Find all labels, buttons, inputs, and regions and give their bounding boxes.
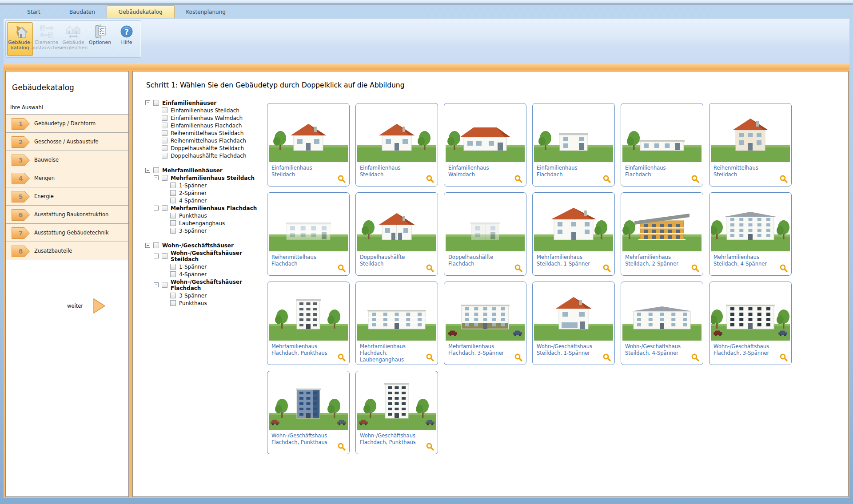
magnifier-icon[interactable]: [337, 175, 346, 183]
tree-checkbox-laubenganghaus[interactable]: [170, 220, 176, 226]
building-card-einfamilienhaus-flachdach-5[interactable]: Einfamilienhaus Flachdach: [621, 103, 703, 187]
tree-expander-icon[interactable]: [145, 100, 150, 105]
magnifier-icon[interactable]: [779, 175, 788, 183]
tree-expander-icon[interactable]: [154, 254, 159, 258]
magnifier-icon[interactable]: [514, 264, 523, 273]
tree-label[interactable]: Laubenganghaus: [179, 220, 225, 226]
tree-label[interactable]: 4-Spänner: [179, 271, 207, 278]
tree-checkbox-wohn-geschaeftshaeuser-steildach[interactable]: [162, 253, 167, 259]
tree-expander-icon[interactable]: [154, 206, 159, 210]
magnifier-icon[interactable]: [426, 264, 434, 273]
step-7-ausstattung-gebaeudetechnik[interactable]: 7Ausstattung Gebäudetechnik: [6, 223, 128, 242]
tree-label[interactable]: Einfamilienhäuser: [162, 100, 216, 106]
step-2-geschosse-ausbaustufe[interactable]: 2Geschosse / Ausbaustufe: [6, 132, 128, 151]
magnifier-icon[interactable]: [337, 442, 346, 451]
hilfe-button[interactable]: ?Hilfe: [114, 22, 140, 56]
step-8-zusatzbauteile[interactable]: 8Zusatzbauteile: [6, 242, 128, 260]
tree-expander-icon[interactable]: [154, 175, 159, 180]
tree-checkbox-einfamilienhaus-steildach[interactable]: [162, 107, 167, 113]
tree-label[interactable]: Einfamilienhaus Steildach: [171, 107, 239, 114]
building-card-mehrfamilienhaus-flachdach-laubenganghaus-14[interactable]: Mehrfamilienhaus Flachdach, Laubengangha…: [355, 282, 438, 365]
tree-checkbox-doppelhaushaelfte-flachdach[interactable]: [162, 153, 167, 159]
tree-checkbox-mehrfamilienhaus-flachdach[interactable]: [162, 205, 167, 211]
magnifier-icon[interactable]: [779, 353, 788, 362]
tree-label[interactable]: Wohn-/Geschäftshäuser Steildach: [171, 250, 260, 262]
tree-label[interactable]: Punkthaus: [179, 300, 207, 306]
magnifier-icon[interactable]: [602, 353, 611, 362]
building-card-mehrfamilienhaus-steildach-1-spaenner-10[interactable]: Mehrfamilienhaus Steildach, 1-Spänner: [532, 192, 615, 276]
building-card-reihenmittelhaus-flachdach-7[interactable]: Reihenmittelhaus Flachdach: [267, 192, 350, 276]
building-card-wohn-geschaeftshaus-flachdach-punkthaus-20[interactable]: Wohn-/Geschäftshaus Flachdach, Punkthaus: [355, 371, 438, 454]
building-card-doppelhaushaelfte-flachdach-9[interactable]: Doppelhaushälfte Flachdach: [444, 192, 526, 276]
building-card-mehrfamilienhaus-steildach-2-spaenner-11[interactable]: Mehrfamilienhaus Steildach, 2-Spänner: [621, 192, 703, 276]
tree-checkbox-mehrfamilienhaus-steildach[interactable]: [162, 175, 167, 181]
magnifier-icon[interactable]: [337, 264, 346, 273]
building-card-wohn-geschaeftshaus-steildach-1-spaenner-16[interactable]: Wohn-/Geschäftshaus Steildach, 1-Spänner: [532, 282, 615, 365]
building-card-doppelhaushaelfte-steildach-8[interactable]: Doppelhaushälfte Steildach: [355, 192, 438, 276]
tree-checkbox-einfamilienhaus-walmdach[interactable]: [162, 115, 167, 121]
magnifier-icon[interactable]: [426, 353, 434, 362]
tree-checkbox-4-spaenner[interactable]: [170, 198, 176, 203]
tree-label[interactable]: Einfamilienhaus Walmdach: [171, 115, 243, 121]
building-card-mehrfamilienhaus-steildach-4-spaenner-12[interactable]: Mehrfamilienhaus Steildach, 4-Spänner: [709, 192, 792, 276]
tab-start[interactable]: Start: [10, 5, 58, 18]
tree-checkbox-4-spaenner[interactable]: [170, 271, 176, 277]
magnifier-icon[interactable]: [602, 175, 611, 183]
tree-label[interactable]: 1-Spänner: [179, 183, 207, 189]
tree-checkbox-doppelhaushaelfte-steildach[interactable]: [162, 145, 167, 151]
tree-checkbox-punkthaus[interactable]: [170, 213, 176, 218]
step-5-energie[interactable]: 5Energie: [6, 187, 128, 205]
tree-label[interactable]: 2-Spänner: [179, 190, 207, 196]
building-card-wohn-geschaeftshaus-flachdach-punkthaus-19[interactable]: Wohn-/Geschäftshaus Flachdach, Punkthaus: [267, 371, 350, 454]
gebaeudekatalog-button[interactable]: Gebäude-katalog: [7, 22, 33, 56]
tree-checkbox-einfamilienhaus-flachdach[interactable]: [162, 123, 167, 128]
magnifier-icon[interactable]: [691, 353, 700, 362]
magnifier-icon[interactable]: [426, 442, 434, 451]
tree-checkbox-1-spaenner[interactable]: [170, 264, 176, 270]
tab-baudaten[interactable]: Baudaten: [58, 5, 107, 18]
tree-checkbox-wohn-geschaeftshaeuser[interactable]: [153, 242, 159, 248]
tree-label[interactable]: 4-Spänner: [179, 198, 207, 204]
building-card-einfamilienhaus-steildach-2[interactable]: Einfamilienhaus Steildach: [355, 103, 438, 187]
tree-label[interactable]: Wohn-/Geschäftshäuser Flachdach: [171, 279, 260, 291]
tree-checkbox-einfamilienhaeuser[interactable]: [153, 100, 159, 106]
magnifier-icon[interactable]: [779, 264, 788, 273]
magnifier-icon[interactable]: [691, 264, 700, 273]
tree-label[interactable]: 3-Spänner: [179, 228, 207, 234]
tree-label[interactable]: Einfamilienhaus Flachdach: [171, 123, 242, 129]
magnifier-icon[interactable]: [337, 353, 346, 362]
magnifier-icon[interactable]: [514, 353, 523, 362]
magnifier-icon[interactable]: [426, 175, 434, 183]
tree-checkbox-3-spaenner[interactable]: [170, 293, 176, 298]
tree-label[interactable]: Doppelhaushälfte Flachdach: [171, 153, 247, 159]
building-card-reihenmittelhaus-steildach-6[interactable]: Reihenmittelhaus Steildach: [709, 103, 792, 187]
optionen-button[interactable]: Optionen: [87, 22, 113, 56]
tree-checkbox-2-spaenner[interactable]: [170, 190, 176, 196]
tree-label[interactable]: Punkthaus: [179, 213, 207, 219]
building-card-einfamilienhaus-steildach-1[interactable]: Einfamilienhaus Steildach: [267, 103, 350, 187]
tree-checkbox-mehrfamilienhaeuser[interactable]: [153, 167, 159, 173]
building-card-wohn-geschaeftshaus-flachdach-3-spaenner-18[interactable]: Wohn-/Geschäftshaus Flachdach, 3-Spänner: [709, 282, 792, 365]
tree-label[interactable]: 1-Spänner: [179, 264, 207, 270]
tree-label[interactable]: Doppelhaushälfte Steildach: [171, 145, 244, 151]
magnifier-icon[interactable]: [514, 175, 523, 183]
tree-checkbox-reihenmittelhaus-steildach[interactable]: [162, 130, 167, 136]
step-4-mengen[interactable]: 4Mengen: [6, 169, 128, 187]
tab-kostenplanung[interactable]: Kostenplanung: [175, 5, 237, 18]
tab-gebaeudekatalog[interactable]: Gebäudekatalog: [107, 5, 175, 18]
tree-expander-icon[interactable]: [145, 168, 150, 173]
tree-checkbox-3-spaenner[interactable]: [170, 228, 176, 234]
building-card-mehrfamilienhaus-flachdach-3-spaenner-15[interactable]: Mehrfamilienhaus Flachdach, 3-Spänner: [444, 282, 526, 365]
building-card-einfamilienhaus-walmdach-3[interactable]: Einfamilienhaus Walmdach: [444, 103, 526, 187]
tree-expander-icon[interactable]: [154, 282, 159, 287]
magnifier-icon[interactable]: [602, 264, 611, 273]
step-3-bauweise[interactable]: 3Bauweise: [6, 151, 128, 169]
building-card-einfamilienhaus-flachdach-4[interactable]: Einfamilienhaus Flachdach: [532, 103, 615, 187]
tree-expander-icon[interactable]: [145, 243, 150, 248]
tree-checkbox-1-spaenner[interactable]: [170, 183, 176, 188]
tree-label[interactable]: Wohn-/Geschäftshäuser: [162, 242, 234, 249]
tree-label[interactable]: 3-Spänner: [179, 293, 207, 299]
magnifier-icon[interactable]: [691, 175, 700, 183]
building-card-wohn-geschaeftshaus-steildach-4-spaenner-17[interactable]: Wohn-/Geschäftshaus Steildach, 4-Spänner: [621, 282, 703, 365]
step-6-ausstattung-baukonstruktion[interactable]: 6Ausstattung Baukonstruktion: [6, 205, 128, 223]
